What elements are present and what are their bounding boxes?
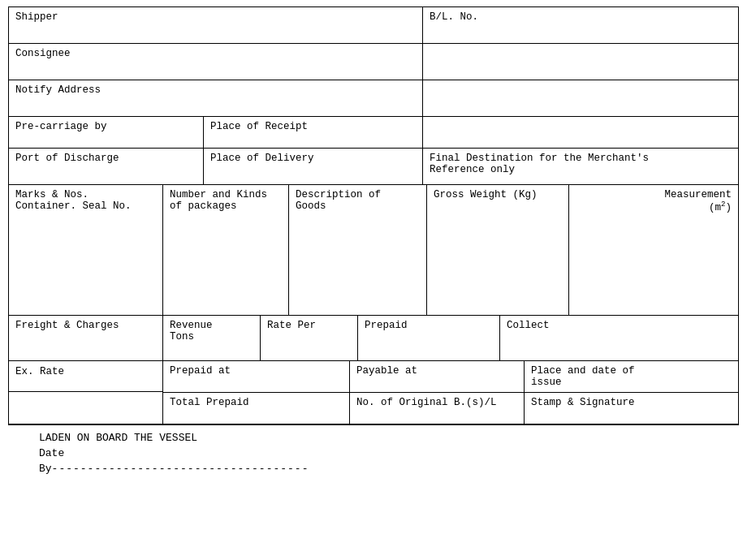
cell-stamp: Stamp & Signature [525, 393, 738, 424]
marks-label2: Container. Seal No. [15, 200, 156, 212]
grossweight-label: Gross Weight (Kg) [434, 189, 562, 200]
laden-line: LADEN ON BOARD THE VESSEL [39, 432, 708, 444]
number-label2: of packages [170, 200, 282, 212]
cell-description: Description of Goods [289, 185, 427, 315]
revenue-label: Revenue [170, 320, 253, 331]
measurement-label: Measurement [576, 189, 732, 200]
row-freight: Freight & Charges Revenue Tons Rate Per … [9, 316, 738, 361]
description-label2: Goods [296, 200, 420, 212]
description-label: Description of [296, 189, 420, 200]
cell-freight: Freight & Charges [9, 316, 163, 360]
row-consignee: Consignee [9, 44, 738, 80]
cell-measurement: Measurement (m2) [569, 185, 738, 315]
cell-prepaidat: Prepaid at [163, 361, 350, 392]
revenue-label2: Tons [170, 331, 253, 342]
discharge-label: Port of Discharge [15, 153, 196, 164]
marks-label: Marks & Nos. [15, 189, 156, 200]
cell-delivery: Place of Delivery [204, 149, 423, 184]
freight-label: Freight & Charges [15, 320, 156, 331]
stamp-label: Stamp & Signature [531, 397, 732, 408]
shipper-label: Shipper [15, 11, 416, 23]
cell-totalprepaid: Total Prepaid [163, 393, 350, 424]
date-text: Date [39, 447, 64, 459]
cell-consignee: Consignee [9, 44, 423, 80]
consignee-label: Consignee [15, 48, 416, 59]
cell-precarriage: Pre-carriage by [9, 117, 204, 148]
cell-notify: Notify Address [9, 80, 423, 116]
destination-label: Final Destination for the Merchant's [430, 153, 732, 164]
row-marks: Marks & Nos. Container. Seal No. Number … [9, 185, 738, 316]
cell-exrate-empty [9, 392, 162, 423]
date-line: Date [39, 447, 708, 459]
exrate-label: Ex. Rate [15, 366, 64, 377]
destination-label2: Reference only [430, 164, 732, 175]
cell-precarriage-right [423, 117, 738, 148]
cell-grossweight: Gross Weight (Kg) [427, 185, 569, 315]
bill-of-lading: Shipper B/L. No. Consignee Notify Addres… [8, 6, 739, 425]
measurement-unit: (m2) [576, 200, 732, 213]
placedate-label2: issue [531, 377, 732, 388]
prepaid-label: Prepaid [365, 320, 493, 331]
precarriage-label: Pre-carriage by [15, 121, 196, 132]
cell-prepaid: Prepaid [358, 316, 500, 360]
row-notify: Notify Address [9, 80, 738, 117]
subrow-top: Prepaid at Payable at Place and date of … [163, 361, 738, 393]
by-dashes: ------------------------------------ [52, 463, 309, 475]
cell-exrate: Ex. Rate [9, 361, 162, 392]
cell-consignee-right [423, 44, 738, 80]
notify-label: Notify Address [15, 84, 416, 96]
row-shipper: Shipper B/L. No. [9, 7, 738, 44]
cell-revenue: Revenue Tons [163, 316, 261, 360]
cell-destination: Final Destination for the Merchant's Ref… [423, 149, 738, 184]
collect-label: Collect [507, 320, 732, 331]
nooriginal-label: No. of Original B.(s)/L [356, 397, 517, 408]
cell-bl: B/L. No. [423, 7, 738, 43]
cell-number: Number and Kinds of packages [163, 185, 289, 315]
cell-nooriginal: No. of Original B.(s)/L [350, 393, 525, 424]
row-precarriage: Pre-carriage by Place of Receipt [9, 117, 738, 149]
cell-receipt: Place of Receipt [204, 117, 423, 148]
row-port: Port of Discharge Place of Delivery Fina… [9, 149, 738, 185]
bl-label: B/L. No. [430, 11, 732, 23]
prepaidat-label: Prepaid at [170, 365, 343, 377]
row-exrate: Ex. Rate Prepaid at Payable at Place and… [9, 361, 738, 424]
cell-payableat: Payable at [350, 361, 525, 392]
cell-shipper: Shipper [9, 7, 423, 43]
cell-marks: Marks & Nos. Container. Seal No. [9, 185, 163, 315]
cell-discharge: Port of Discharge [9, 149, 204, 184]
cell-notify-right [423, 80, 738, 116]
cell-placedate: Place and date of issue [525, 361, 738, 392]
placedate-label: Place and date of [531, 365, 732, 377]
subrow-bottom: Total Prepaid No. of Original B.(s)/L St… [163, 393, 738, 424]
col-exrate-left: Ex. Rate [9, 361, 163, 424]
number-label: Number and Kinds [170, 189, 282, 200]
laden-text: LADEN ON BOARD THE VESSEL [39, 432, 197, 444]
payableat-label: Payable at [356, 365, 517, 377]
by-line: By------------------------------------ [39, 463, 708, 475]
delivery-label: Place of Delivery [210, 153, 416, 164]
col-exrate-right: Prepaid at Payable at Place and date of … [163, 361, 738, 424]
receipt-label: Place of Receipt [210, 121, 416, 132]
cell-rateper: Rate Per [261, 316, 358, 360]
totalprepaid-label: Total Prepaid [170, 397, 343, 408]
footer: LADEN ON BOARD THE VESSEL Date By-------… [6, 425, 741, 485]
rateper-label: Rate Per [267, 320, 351, 331]
cell-collect: Collect [500, 316, 738, 360]
by-text: By [39, 463, 52, 475]
